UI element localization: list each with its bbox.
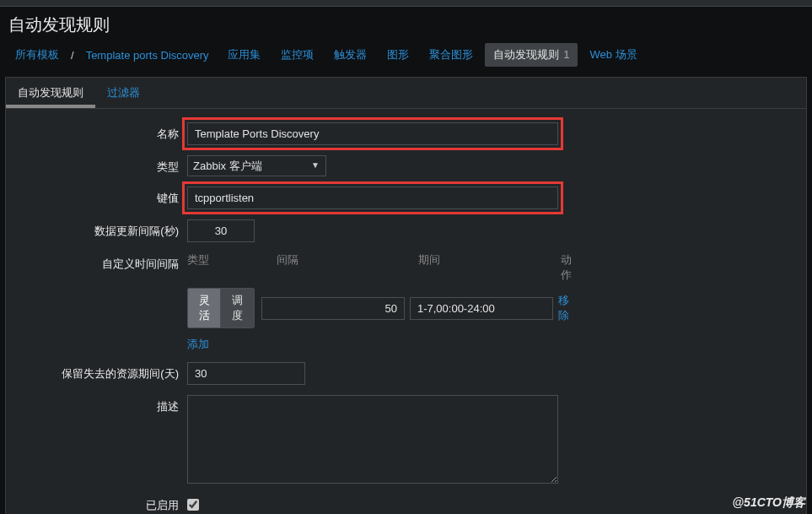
watermark: @51CTO博客 — [732, 495, 805, 511]
sched-head-action: 动作 — [561, 252, 575, 283]
type-select[interactable]: Zabbix 客户端 — [187, 155, 326, 176]
nav-graphs[interactable]: 图形 — [379, 43, 417, 67]
type-label: 类型 — [14, 155, 187, 175]
description-label: 描述 — [14, 395, 187, 414]
schedule-table: 类型 间隔 期间 动作 灵活 调度 移除 添加 — [187, 252, 575, 352]
page-title: 自动发现规则 — [8, 14, 804, 36]
schedule-type-segment: 灵活 调度 — [187, 288, 255, 328]
key-input[interactable] — [187, 187, 558, 209]
key-label: 键值 — [14, 187, 187, 206]
schedule-interval-input[interactable] — [261, 297, 405, 320]
seg-schedule-button[interactable]: 调度 — [221, 289, 253, 327]
nav-triggers[interactable]: 触发器 — [325, 43, 375, 67]
nav-discovery-count: 1 — [563, 48, 569, 61]
keep-lost-label: 保留失去的资源期间(天) — [14, 362, 187, 381]
schedule-remove-link[interactable]: 移除 — [558, 293, 575, 323]
breadcrumb-all-templates[interactable]: 所有模板 — [8, 44, 66, 66]
custom-interval-label: 自定义时间间隔 — [14, 252, 187, 272]
update-interval-input[interactable] — [187, 219, 255, 242]
name-input[interactable] — [187, 122, 558, 145]
tab-filter[interactable]: 过滤器 — [95, 78, 152, 108]
nav-web[interactable]: Web 场景 — [581, 43, 645, 67]
tab-rule[interactable]: 自动发现规则 — [6, 78, 95, 108]
keep-lost-input[interactable] — [187, 362, 305, 385]
page-header: 自动发现规则 所有模板 / Template ports Discovery 应… — [0, 7, 812, 77]
nav-screens[interactable]: 聚合图形 — [421, 43, 481, 67]
sched-head-interval: 间隔 — [277, 252, 419, 283]
description-textarea[interactable] — [187, 395, 558, 484]
seg-flexible-button[interactable]: 灵活 — [188, 289, 221, 327]
nav-discovery[interactable]: 自动发现规则 1 — [485, 43, 578, 67]
breadcrumb-sep: / — [69, 49, 76, 62]
discovery-form: 名称 类型 Zabbix 客户端 键值 数据更新间隔(秒) — [6, 109, 806, 514]
top-strip — [0, 0, 812, 7]
sched-head-period: 期间 — [418, 252, 561, 283]
breadcrumb-nav: 所有模板 / Template ports Discovery 应用集 监控项 … — [8, 43, 804, 72]
enabled-checkbox[interactable] — [187, 499, 199, 511]
sched-head-type: 类型 — [187, 252, 277, 283]
nav-items[interactable]: 监控项 — [272, 43, 322, 67]
schedule-period-input[interactable] — [410, 297, 553, 320]
content-panel: 自动发现规则 过滤器 名称 类型 Zabbix 客户端 键值 — [5, 77, 807, 514]
breadcrumb-template[interactable]: Template ports Discovery — [79, 46, 216, 65]
form-tabs: 自动发现规则 过滤器 — [6, 78, 806, 109]
nav-applications[interactable]: 应用集 — [219, 43, 269, 67]
nav-discovery-label: 自动发现规则 — [493, 48, 559, 61]
enabled-label: 已启用 — [14, 494, 187, 513]
update-interval-label: 数据更新间隔(秒) — [14, 219, 187, 239]
schedule-add-link[interactable]: 添加 — [187, 337, 209, 352]
name-label: 名称 — [14, 122, 187, 142]
